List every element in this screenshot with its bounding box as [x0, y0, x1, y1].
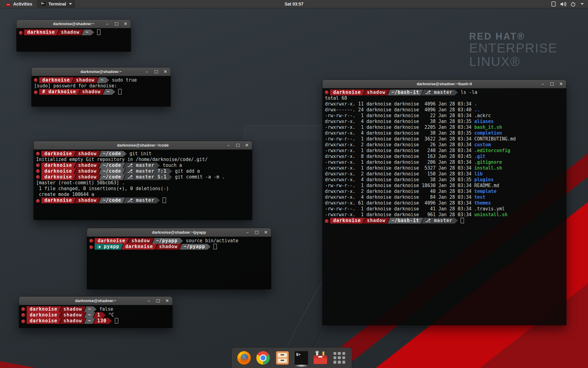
- system-status-area[interactable]: [551, 1, 588, 7]
- close-button[interactable]: ✕: [245, 143, 249, 148]
- terminal-launcher[interactable]: $>: [294, 350, 309, 366]
- close-button[interactable]: ✕: [264, 230, 268, 235]
- close-button[interactable]: ✕: [123, 22, 128, 26]
- maximize-button[interactable]: [236, 143, 240, 148]
- minimize-button[interactable]: –: [226, 143, 231, 148]
- window-titlebar[interactable]: darknoise@shadow:~ – ✕: [19, 297, 172, 305]
- prompt-segment-git: ⎇ master S:1: [123, 174, 172, 180]
- terminal-content[interactable]: darknoiseshadow~: [17, 28, 131, 52]
- prompt-segment-user: darknoise: [41, 151, 76, 157]
- output-text: drwxrwxr-x. 2 darknoise darknoise 40 Jan…: [325, 189, 474, 194]
- prompt-segment-path: ~: [84, 312, 95, 318]
- window-buttons: – ✕: [226, 141, 249, 149]
- close-button[interactable]: ✕: [165, 299, 169, 303]
- prompt-redhat-icon: [89, 239, 93, 243]
- output-text: .editorconfig: [474, 148, 510, 153]
- window-titlebar[interactable]: darknoise@shadow:~/bash-it – ✕: [322, 80, 566, 88]
- command-text: git add a: [175, 168, 200, 174]
- minimize-button[interactable]: –: [145, 70, 149, 74]
- toolbox-launcher[interactable]: [313, 350, 328, 366]
- output-text: total 68: [325, 95, 347, 101]
- display-brightness-icon: [551, 1, 556, 7]
- output-text: themes: [474, 200, 491, 206]
- output-text: lib: [474, 171, 483, 177]
- redhat-fedora-icon: [6, 2, 11, 6]
- prompt-segment-host: shadow: [59, 306, 86, 312]
- maximize-button[interactable]: [114, 22, 119, 26]
- prompt-segment-user: darknoise: [27, 318, 61, 324]
- minimize-button[interactable]: –: [541, 82, 545, 86]
- brand-line-linux: LINUX®: [469, 55, 557, 68]
- activities-label: Activities: [13, 2, 32, 6]
- terminal-content[interactable]: darknoiseshadow~falsedarknoiseshadow~1^C…: [19, 305, 172, 328]
- window-titlebar[interactable]: darknoise@shadow:~ – ✕: [17, 20, 131, 28]
- terminal-line: ◑ pyappdarknoiseshadow~/pyapp: [89, 244, 269, 250]
- terminal-line: Initialized empty Git repository in /hom…: [36, 157, 250, 163]
- maximize-button[interactable]: [156, 299, 160, 303]
- terminal-content[interactable]: darknoiseshadow~/pyappsource bin/activat…: [87, 237, 271, 289]
- terminal-line: drwxrwxr-x. 2 darknoise darknoise 26 Jan…: [325, 142, 564, 148]
- window-titlebar[interactable]: darknoise@shadow:~/pyapp – ✕: [87, 228, 271, 237]
- window-titlebar[interactable]: darknoise@shadow:~ – ✕: [32, 67, 171, 76]
- window-buttons: – ✕: [245, 228, 268, 236]
- terminal-line: darknoiseshadow~1^C: [21, 312, 170, 318]
- window-titlebar[interactable]: darknoise@shadow:~/code – ✕: [34, 141, 252, 150]
- terminal-content[interactable]: darknoiseshadow~/bash-it⎇ masterls -lato…: [322, 88, 566, 325]
- app-menu-terminal[interactable]: $> Terminal: [37, 0, 75, 8]
- prompt-segment-user: # darknoise: [39, 89, 80, 95]
- prompt-segment-path: ~/bash-it: [387, 218, 423, 224]
- minimize-button[interactable]: –: [147, 299, 151, 303]
- terminal-line: -rw-rw-r--. 1 darknoise darknoise 18630 …: [325, 183, 564, 189]
- prompt-segment-host: shadow: [74, 174, 100, 180]
- minimize-button[interactable]: –: [105, 22, 109, 26]
- maximize-button[interactable]: [550, 82, 554, 86]
- terminal-cursor: [213, 244, 217, 249]
- chrome-launcher[interactable]: [256, 350, 270, 366]
- app-grid-launcher[interactable]: [332, 350, 347, 366]
- prompt-segment-host: shadow: [74, 151, 100, 157]
- output-text: drwxrwxr-x. 2 darknoise darknoise 26 Jan…: [325, 142, 474, 148]
- window-title: darknoise@shadow:~/pyapp: [152, 230, 206, 235]
- files-launcher[interactable]: [275, 350, 289, 366]
- prompt-segment-path: ~/pyapp: [180, 244, 211, 250]
- terminal-cursor: [461, 218, 464, 223]
- power-icon: [571, 2, 576, 7]
- terminal-line: drwxrwxr-x. 61 darknoise darknoise 4096 …: [325, 200, 564, 206]
- prompt-segment-host: shadow: [74, 197, 100, 203]
- terminal-line: -rwxrwxr-x. 1 darknoise darknoise 2205 J…: [325, 125, 564, 130]
- output-text: ..: [474, 107, 480, 113]
- terminal-content[interactable]: darknoiseshadow~sudo true[sudo] password…: [32, 76, 171, 106]
- prompt-segment-status: 1: [93, 312, 106, 318]
- terminal-window-bash-it: darknoise@shadow:~/bash-it – ✕ darknoise…: [322, 80, 566, 325]
- top-bar-left: Activities $> Terminal: [0, 0, 75, 8]
- clock-label[interactable]: Sat 03:57: [285, 2, 303, 6]
- terminal-content[interactable]: darknoiseshadow~/codegit initInitialized…: [34, 150, 252, 220]
- prompt-segment-path: ~: [103, 89, 115, 95]
- close-button[interactable]: ✕: [163, 70, 168, 74]
- terminal-window-code: darknoise@shadow:~/code – ✕ darknoisesha…: [34, 141, 252, 220]
- maximize-button[interactable]: [154, 70, 158, 74]
- volume-icon: [560, 2, 566, 7]
- output-text: -rw-rw-r--. 1 darknoise darknoise 18630 …: [325, 183, 499, 188]
- window-title: darknoise@shadow:~: [53, 21, 94, 26]
- output-text: -rwxrwxr-x. 1 darknoise darknoise 206 Ja…: [325, 159, 474, 165]
- command-text: sudo true: [112, 77, 137, 83]
- terminal-line: darknoiseshadow~: [19, 29, 128, 35]
- prompt-segment-host: shadow: [74, 168, 100, 174]
- activities-button[interactable]: Activities: [3, 0, 35, 8]
- terminal-line: drwxrwxr-x. 4 darknoise darknoise 38 Jan…: [325, 177, 564, 183]
- output-text: .: [474, 101, 477, 107]
- output-text: drwxrwxr-x. 11 darknoise darknoise 4096 …: [325, 101, 474, 107]
- output-text: -rwxrwxr-x. 1 darknoise darknoise 961 Ja…: [325, 212, 474, 217]
- minimize-button[interactable]: –: [245, 230, 250, 235]
- chrome-icon: [256, 351, 270, 365]
- firefox-launcher[interactable]: [237, 350, 251, 366]
- close-button[interactable]: ✕: [559, 82, 563, 86]
- output-text: custom: [474, 142, 491, 148]
- terminal-line: darknoiseshadow~/code⎇ master ?:1git add…: [36, 168, 250, 174]
- maximize-button[interactable]: [254, 230, 259, 235]
- prompt-segment-user: darknoise: [27, 306, 61, 312]
- terminal-line: -rw-rw-r--. 1 darknoise darknoise 41 Jan…: [325, 206, 564, 212]
- clock-area: Sat 03:57: [0, 2, 588, 6]
- output-text: drwxrwxr-x. 4 darknoise darknoise 84 Jan…: [325, 194, 474, 200]
